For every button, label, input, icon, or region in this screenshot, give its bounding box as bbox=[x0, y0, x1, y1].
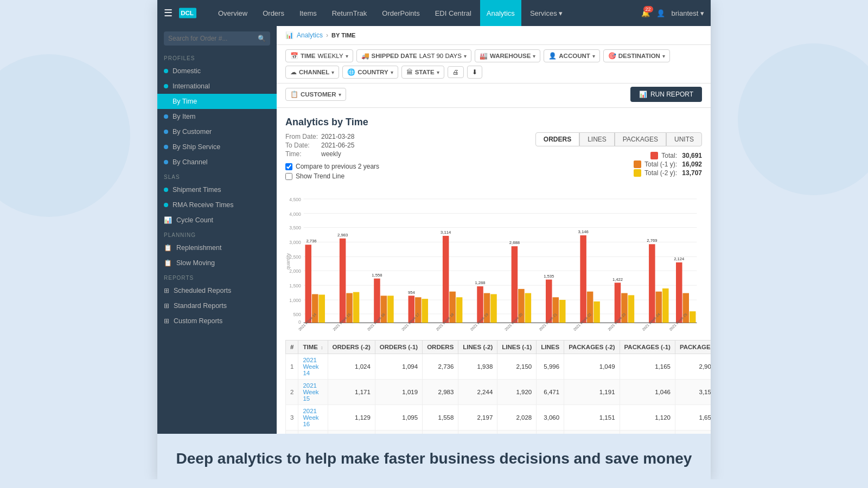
sidebar-item-label: Shipment Times bbox=[173, 186, 221, 194]
svg-rect-80 bbox=[690, 311, 696, 323]
hamburger-menu[interactable]: ☰ bbox=[164, 7, 173, 19]
dot-icon bbox=[164, 99, 168, 104]
nav-returntrak[interactable]: ReturnTrak bbox=[326, 0, 374, 26]
sidebar-item-by-channel[interactable]: By Channel bbox=[157, 155, 277, 170]
search-input[interactable] bbox=[164, 31, 270, 46]
nav-overview[interactable]: Overview bbox=[212, 0, 254, 26]
row-orders: 2,736 bbox=[423, 354, 458, 380]
sidebar-item-slow-moving[interactable]: 📋 Slow Moving bbox=[157, 255, 277, 271]
col-time: TIME ↕ bbox=[298, 341, 328, 354]
sidebar-item-rma-receive[interactable]: RMA Receive Times bbox=[157, 197, 277, 213]
row-time[interactable]: 2021 Week 16 bbox=[298, 405, 328, 431]
nav-items[interactable]: Items bbox=[293, 0, 323, 26]
chart-tabs: ORDERS LINES PACKAGES UNITS bbox=[535, 132, 702, 146]
channel-filter[interactable]: ☁ CHANNEL ▾ bbox=[285, 66, 339, 79]
user-profile-icon[interactable]: 👤 bbox=[656, 9, 665, 17]
sidebar-item-replenishment[interactable]: 📋 Replenishment bbox=[157, 240, 277, 255]
svg-text:1,000: 1,000 bbox=[289, 298, 301, 303]
legend-total: Total: 30,691 bbox=[634, 152, 702, 159]
bar-group-18: 3,114 2021 Week 18 bbox=[435, 230, 462, 331]
state-filter[interactable]: 🏛 STATE ▾ bbox=[401, 66, 444, 79]
destination-filter[interactable]: 🎯 DESTINATION ▾ bbox=[603, 49, 670, 62]
time-filter[interactable]: 📅 TIME WEEKLY ▾ bbox=[285, 49, 353, 62]
run-report-button[interactable]: 📊 RUN REPORT bbox=[630, 87, 702, 102]
tab-orders[interactable]: ORDERS bbox=[535, 132, 579, 146]
nav-analytics[interactable]: Analytics bbox=[480, 0, 521, 26]
col-orders: ORDERS bbox=[423, 341, 458, 354]
chevron-down-icon: ▾ bbox=[592, 53, 595, 59]
state-icon: 🏛 bbox=[406, 68, 413, 76]
trend-checkbox[interactable] bbox=[285, 173, 292, 180]
nav-orders[interactable]: Orders bbox=[256, 0, 291, 26]
sidebar-item-domestic[interactable]: Domestic bbox=[157, 63, 277, 79]
sidebar-item-international[interactable]: International bbox=[157, 79, 277, 94]
trend-option[interactable]: Show Trend Line bbox=[285, 172, 379, 180]
breadcrumb-separator: › bbox=[326, 31, 328, 39]
row-time[interactable]: 2021 Week 14 bbox=[298, 354, 328, 380]
legend-color-prev2 bbox=[634, 169, 641, 177]
sidebar-item-by-item[interactable]: By Item bbox=[157, 109, 277, 124]
svg-text:3,000: 3,000 bbox=[289, 240, 301, 245]
slas-section-label: SLAs bbox=[157, 170, 277, 182]
tab-units[interactable]: UNITS bbox=[666, 132, 702, 146]
row-lines-1: 2,150 bbox=[497, 354, 537, 380]
user-menu[interactable]: briantest ▾ bbox=[672, 9, 704, 17]
account-filter[interactable]: 👤 ACCOUNT ▾ bbox=[544, 49, 600, 62]
row-orders: 2,983 bbox=[423, 380, 458, 405]
bar-chart: 4,500 4,000 3,500 3,000 2,500 2,000 1,50… bbox=[285, 191, 702, 332]
table-row: 3 2021 Week 16 1,129 1,095 1,558 2,197 2… bbox=[286, 405, 711, 431]
compare-checkbox[interactable] bbox=[285, 163, 292, 170]
svg-text:1,535: 1,535 bbox=[544, 274, 554, 279]
table-row: 1 2021 Week 14 1,024 1,094 2,736 1,938 2… bbox=[286, 354, 711, 380]
shipped-date-filter[interactable]: 🚚 SHIPPED DATE LAST 90 DAYS ▾ bbox=[356, 49, 471, 62]
download-btn[interactable]: ⬇ bbox=[467, 66, 482, 79]
nav-services[interactable]: Services ▾ bbox=[524, 0, 569, 26]
svg-rect-63 bbox=[580, 235, 586, 323]
tab-lines[interactable]: LINES bbox=[579, 132, 615, 146]
sidebar-item-shipment-times[interactable]: Shipment Times bbox=[157, 182, 277, 197]
breadcrumb-parent[interactable]: Analytics bbox=[297, 31, 323, 39]
main-content: 📊 Analytics › BY TIME 📅 TIME WEEKLY ▾ 🚚 … bbox=[277, 26, 711, 434]
customer-filter[interactable]: 📋 CUSTOMER ▾ bbox=[285, 88, 346, 101]
col-packages-1: PACKAGES (-1) bbox=[620, 341, 675, 354]
breadcrumb: 📊 Analytics › BY TIME bbox=[277, 26, 711, 45]
logo: DCL bbox=[179, 8, 196, 18]
svg-rect-45 bbox=[456, 297, 463, 323]
compare-option[interactable]: Compare to previous 2 years bbox=[285, 163, 379, 170]
chevron-down-icon: ▾ bbox=[533, 53, 535, 59]
svg-rect-75 bbox=[662, 288, 669, 323]
row-time[interactable]: 2021 Week 17 bbox=[298, 431, 328, 434]
dot-icon bbox=[164, 188, 168, 192]
calendar-icon: 📅 bbox=[290, 52, 298, 60]
sidebar-item-standard-reports[interactable]: ⊞ Standard Reports bbox=[157, 298, 277, 313]
row-orders: 954 bbox=[423, 431, 458, 434]
sidebar-item-by-customer[interactable]: By Customer bbox=[157, 124, 277, 139]
svg-rect-70 bbox=[628, 295, 635, 323]
sidebar-item-custom-reports[interactable]: ⊞ Custom Reports bbox=[157, 313, 277, 329]
row-time[interactable]: 2021 Week 15 bbox=[298, 380, 328, 405]
sidebar-item-scheduled-reports[interactable]: ⊞ Scheduled Reports bbox=[157, 283, 277, 298]
sidebar-item-by-time[interactable]: By Time bbox=[157, 94, 277, 109]
sidebar-item-cycle-count[interactable]: 📊 Cycle Count bbox=[157, 213, 277, 228]
row-packages-1: 1,120 bbox=[620, 405, 675, 431]
print-btn[interactable]: 🖨 bbox=[448, 66, 464, 78]
bar-group-17: 954 2021 Week 17 bbox=[401, 290, 428, 332]
chart-legend: Total: 30,691 Total (-1 y): 16,092 Total… bbox=[634, 152, 702, 178]
dot-icon bbox=[164, 130, 168, 134]
sidebar-item-label: Slow Moving bbox=[176, 259, 215, 267]
notification-bell[interactable]: 🔔22 bbox=[641, 9, 650, 17]
row-lines-1: 2,028 bbox=[497, 405, 537, 431]
sidebar-item-by-ship-service[interactable]: By Ship Service bbox=[157, 139, 277, 155]
account-filter-label: ACCOUNT bbox=[559, 53, 590, 59]
row-lines-2: 2,066 bbox=[458, 431, 497, 434]
shipped-filter-label: SHIPPED DATE bbox=[372, 53, 417, 59]
state-filter-label: STATE bbox=[415, 69, 435, 75]
country-filter[interactable]: 🌐 COUNTRY ▾ bbox=[342, 66, 398, 79]
row-orders-1: 1,040 bbox=[375, 431, 422, 434]
svg-text:1,422: 1,422 bbox=[612, 277, 623, 282]
svg-text:DCL: DCL bbox=[181, 10, 194, 16]
nav-edi-central[interactable]: EDI Central bbox=[429, 0, 478, 26]
nav-orderpoints[interactable]: OrderPoints bbox=[375, 0, 426, 26]
warehouse-filter[interactable]: 🏭 WAREHOUSE ▾ bbox=[475, 49, 540, 62]
tab-packages[interactable]: PACKAGES bbox=[615, 132, 666, 146]
